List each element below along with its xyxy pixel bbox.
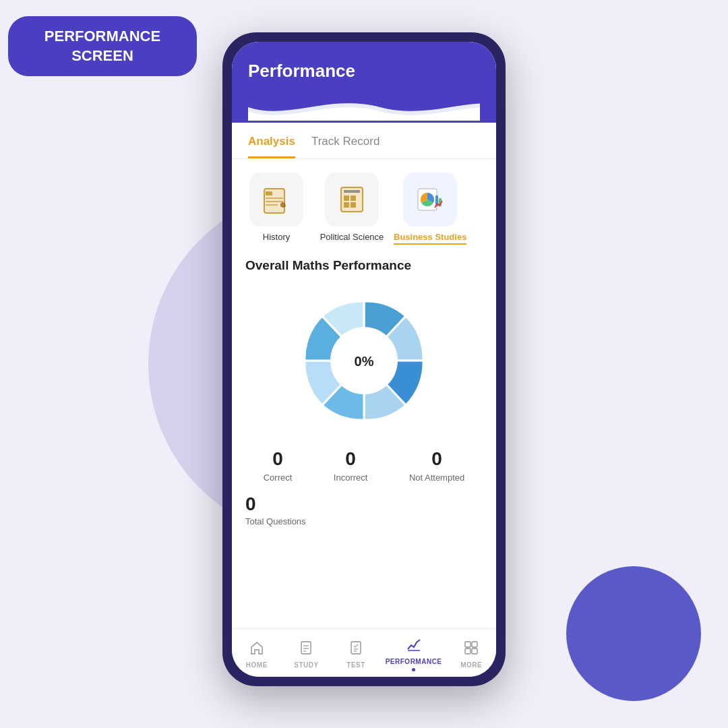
subjects-row: History Political Science [232, 159, 496, 250]
tabs-row: Analysis Track Record [232, 123, 496, 159]
nav-test-label: TEST [346, 661, 365, 669]
subject-item-political-science[interactable]: Political Science [318, 173, 386, 245]
phone-header: Performance [232, 42, 496, 123]
subject-item-business-studies[interactable]: Business Studies [394, 173, 466, 245]
phone-content: Analysis Track Record [232, 123, 496, 628]
section-title: Overall Maths Performance [232, 250, 496, 276]
svg-rect-27 [465, 648, 471, 654]
more-icon [464, 640, 479, 659]
svg-rect-28 [472, 648, 477, 654]
svg-rect-8 [351, 195, 356, 201]
nav-more[interactable]: MORE [451, 640, 491, 669]
phone-frame: Performance Analysis Track Record [222, 32, 506, 686]
svg-rect-17 [301, 642, 311, 654]
total-value: 0 [245, 493, 483, 515]
home-icon [249, 640, 264, 659]
not-attempted-label: Not Attempted [409, 473, 464, 483]
stats-row: 0 Correct 0 Incorrect 0 Not Attempted [232, 440, 496, 488]
nav-more-label: MORE [460, 661, 482, 669]
total-row: 0 Total Questions [232, 488, 496, 535]
svg-rect-25 [465, 642, 471, 647]
performance-icon [406, 637, 421, 656]
chart-container: 0% [232, 276, 496, 440]
nav-active-dot [412, 668, 415, 671]
svg-rect-1 [266, 191, 272, 195]
incorrect-label: Incorrect [334, 473, 368, 483]
svg-rect-26 [472, 642, 477, 647]
business-studies-label: Business Studies [394, 232, 466, 245]
svg-rect-6 [344, 190, 360, 193]
tab-track-record[interactable]: Track Record [311, 135, 380, 158]
bg-circle-small [566, 566, 701, 701]
svg-rect-7 [344, 195, 349, 201]
svg-rect-9 [344, 202, 349, 208]
svg-rect-21 [351, 642, 361, 654]
correct-label: Correct [264, 473, 293, 483]
nav-study-label: STUDY [294, 661, 318, 669]
stat-not-attempted: 0 Not Attempted [409, 448, 464, 483]
nav-home-label: HOME [246, 661, 268, 669]
phone-screen: Performance Analysis Track Record [232, 42, 496, 677]
correct-value: 0 [272, 448, 283, 470]
not-attempted-value: 0 [431, 448, 442, 470]
phone-header-title: Performance [248, 61, 480, 88]
nav-test[interactable]: TEST [336, 640, 376, 669]
history-icon [249, 173, 303, 226]
nav-study[interactable]: STUDY [286, 640, 326, 669]
nav-performance[interactable]: PERFORMANCE [386, 637, 442, 671]
tab-analysis[interactable]: Analysis [248, 135, 295, 158]
history-label: History [263, 232, 290, 242]
total-label: Total Questions [245, 516, 483, 526]
subject-item-history[interactable]: History [243, 173, 310, 245]
nav-home[interactable]: HOME [237, 640, 277, 669]
business-studies-icon [403, 173, 457, 226]
nav-performance-label: PERFORMANCE [386, 658, 442, 665]
screen-label: PERFORMANCE SCREEN [8, 16, 197, 76]
incorrect-value: 0 [345, 448, 356, 470]
political-science-icon [325, 173, 379, 226]
wave-decoration [248, 94, 480, 121]
test-icon [348, 640, 363, 659]
svg-rect-10 [351, 202, 356, 208]
study-icon [299, 640, 313, 659]
bottom-nav: HOME STUDY [232, 628, 496, 677]
stat-incorrect: 0 Incorrect [334, 448, 368, 483]
political-science-label: Political Science [320, 232, 384, 242]
stat-correct: 0 Correct [264, 448, 293, 483]
svg-text:0%: 0% [355, 354, 374, 369]
